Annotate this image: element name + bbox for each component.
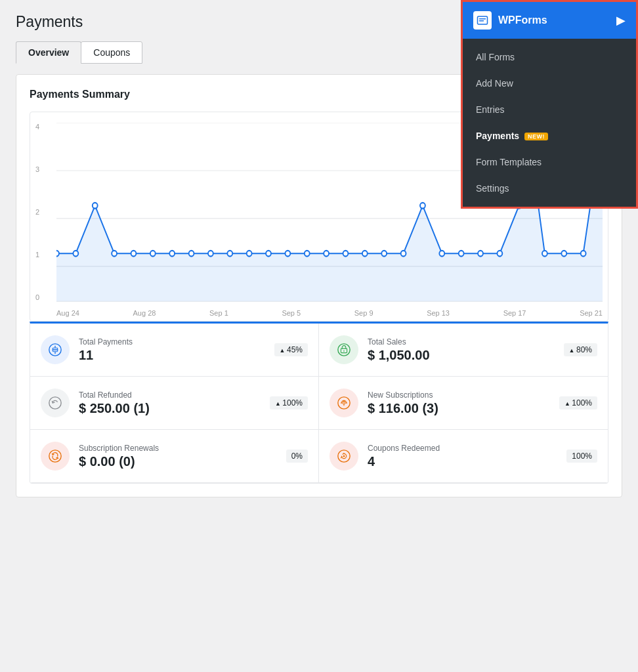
svg-point-41	[49, 397, 61, 409]
total-refunded-value: $ 250.00 (1)	[79, 401, 261, 416]
total-refunded-icon	[41, 388, 70, 417]
y-label-4: 4	[35, 123, 39, 131]
x-label-sep13: Sep 13	[427, 309, 450, 317]
new-subscriptions-label: New Subscriptions	[368, 390, 550, 400]
svg-point-27	[459, 251, 464, 257]
menu-item-form-templates[interactable]: Form Templates	[463, 149, 636, 175]
svg-point-40	[343, 350, 345, 352]
svg-point-11	[150, 251, 156, 257]
stat-cell-total-sales: Total Sales $ 1,050.00 80%	[319, 324, 608, 377]
stats-grid: Total Payments 11 45% Total Sales	[30, 322, 608, 484]
svg-point-7	[73, 251, 78, 257]
menu-item-entries[interactable]: Entries	[463, 96, 636, 123]
y-label-1: 1	[35, 251, 39, 259]
svg-point-13	[189, 251, 194, 257]
stat-cell-new-subscriptions: New Subscriptions $ 116.00 (3) 100%	[319, 377, 608, 430]
svg-point-17	[266, 251, 271, 257]
svg-point-10	[131, 251, 137, 257]
subscription-renewals-label: Subscription Renewals	[79, 444, 277, 453]
stat-cell-total-payments: Total Payments 11 45%	[30, 324, 319, 377]
svg-point-34	[581, 251, 586, 257]
wpforms-menu: WPForms ▶ All Forms Add New Entries Paym…	[461, 0, 638, 209]
svg-point-23	[381, 251, 387, 257]
x-label-sep17: Sep 17	[503, 309, 526, 317]
wpforms-menu-header[interactable]: WPForms ▶	[463, 2, 636, 39]
total-sales-label: Total Sales	[368, 337, 555, 346]
total-payments-label: Total Payments	[79, 337, 265, 346]
new-badge: NEW!	[524, 133, 548, 140]
coupons-redeemed-label: Coupons Redeemed	[368, 444, 557, 453]
total-payments-icon	[41, 335, 70, 364]
svg-point-22	[362, 251, 368, 257]
total-payments-badge: 45%	[274, 343, 308, 356]
y-label-0: 0	[35, 293, 39, 301]
wpforms-menu-title: WPForms	[498, 14, 547, 26]
subscription-renewals-value: $ 0.00 (0)	[79, 454, 277, 469]
svg-point-25	[420, 203, 425, 209]
svg-point-15	[227, 251, 232, 257]
x-label-sep21: Sep 21	[580, 309, 603, 317]
chart-y-labels: 4 3 2 1 0	[35, 123, 39, 301]
svg-point-29	[497, 251, 502, 257]
svg-point-16	[247, 251, 252, 257]
svg-point-8	[93, 203, 98, 209]
wpforms-logo-icon	[473, 11, 492, 30]
new-subscriptions-badge: 100%	[559, 396, 597, 410]
svg-point-26	[439, 251, 444, 257]
svg-point-20	[324, 251, 329, 257]
svg-point-19	[305, 251, 310, 257]
stat-cell-subscription-renewals: Subscription Renewals $ 0.00 (0) 0%	[30, 430, 319, 483]
svg-point-24	[401, 251, 406, 257]
svg-point-28	[478, 251, 483, 257]
wpforms-menu-items: All Forms Add New Entries Payments NEW! …	[463, 39, 636, 207]
wpforms-arrow-icon: ▶	[616, 13, 626, 28]
tab-overview[interactable]: Overview	[16, 41, 81, 64]
menu-item-all-forms[interactable]: All Forms	[463, 44, 636, 70]
svg-point-33	[561, 251, 566, 257]
stat-info-new-subscriptions: New Subscriptions $ 116.00 (3)	[368, 390, 550, 416]
x-label-sep5: Sep 5	[282, 309, 301, 317]
total-sales-value: $ 1,050.00	[368, 348, 555, 363]
svg-point-14	[208, 251, 213, 257]
wpforms-menu-header-left: WPForms	[473, 11, 547, 30]
svg-point-42	[338, 397, 350, 409]
menu-item-settings[interactable]: Settings	[463, 175, 636, 201]
svg-point-46	[343, 455, 345, 457]
total-sales-icon	[330, 335, 358, 364]
total-refunded-label: Total Refunded	[79, 390, 261, 400]
stat-cell-total-refunded: Total Refunded $ 250.00 (1) 100%	[30, 377, 319, 430]
svg-point-44	[49, 450, 61, 462]
section-title: Payments Summary	[30, 89, 130, 100]
svg-point-18	[285, 251, 290, 257]
new-subscriptions-icon	[330, 388, 358, 417]
stat-info-total-refunded: Total Refunded $ 250.00 (1)	[79, 390, 261, 416]
total-refunded-badge: 100%	[270, 396, 308, 410]
total-sales-badge: 80%	[564, 343, 597, 356]
x-label-aug24: Aug 24	[56, 309, 79, 317]
svg-point-6	[56, 251, 59, 257]
coupons-redeemed-badge: 100%	[566, 450, 597, 463]
new-subscriptions-value: $ 116.00 (3)	[368, 401, 550, 416]
stat-info-subscription-renewals: Subscription Renewals $ 0.00 (0)	[79, 444, 277, 469]
x-label-aug28: Aug 28	[133, 309, 156, 317]
chart-x-labels: Aug 24 Aug 28 Sep 1 Sep 5 Sep 9 Sep 13 S…	[56, 309, 603, 317]
menu-item-payments[interactable]: Payments NEW!	[463, 123, 636, 149]
coupons-redeemed-value: 4	[368, 454, 557, 469]
x-label-sep1: Sep 1	[209, 309, 228, 317]
svg-point-32	[542, 251, 547, 257]
subscription-renewals-icon	[41, 442, 70, 471]
stat-info-coupons-redeemed: Coupons Redeemed 4	[368, 444, 557, 469]
svg-point-12	[169, 251, 175, 257]
stat-cell-coupons-redeemed: Coupons Redeemed 4 100%	[319, 430, 608, 483]
subscription-renewals-badge: 0%	[286, 450, 308, 463]
tab-coupons[interactable]: Coupons	[81, 41, 142, 64]
total-payments-value: 11	[79, 348, 265, 363]
y-label-3: 3	[35, 165, 39, 173]
x-label-sep9: Sep 9	[354, 309, 373, 317]
y-label-2: 2	[35, 208, 39, 216]
svg-point-9	[112, 251, 117, 257]
stat-info-total-sales: Total Sales $ 1,050.00	[368, 337, 555, 363]
menu-item-add-new[interactable]: Add New	[463, 70, 636, 96]
stat-info-total-payments: Total Payments 11	[79, 337, 265, 363]
svg-point-21	[343, 251, 349, 257]
